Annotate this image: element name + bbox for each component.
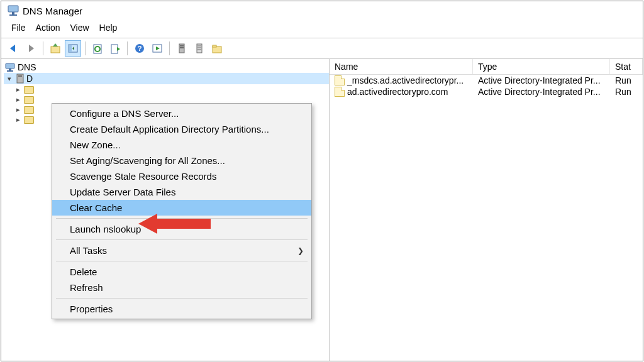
chevron-right-icon[interactable]: ▸ — [14, 106, 23, 114]
cm-update-server-data[interactable]: Update Server Data Files — [52, 184, 311, 200]
menu-file[interactable]: File — [8, 21, 30, 34]
menu-help[interactable]: Help — [96, 21, 121, 34]
zone-type: Active Directory-Integrated Pr... — [473, 87, 610, 97]
dns-app-icon — [8, 5, 19, 16]
menu-view[interactable]: View — [66, 21, 92, 34]
chevron-right-icon[interactable]: ▸ — [14, 116, 23, 124]
back-button[interactable] — [5, 40, 21, 57]
cm-launch-nslookup[interactable]: Launch nslookup — [52, 221, 311, 237]
cm-set-aging[interactable]: Set Aging/Scavenging for All Zones... — [52, 153, 311, 168]
zone-status: Run — [610, 75, 643, 85]
tree-root-label: DNS — [18, 62, 36, 72]
show-hide-tree-button[interactable] — [65, 40, 81, 57]
toolbar-sep-2 — [85, 41, 86, 55]
svg-marker-13 — [117, 47, 120, 51]
toolbar-sep-3 — [127, 41, 128, 55]
cm-separator — [56, 261, 308, 261]
col-header-name[interactable]: Name — [330, 59, 473, 74]
svg-rect-2 — [9, 14, 17, 16]
tree-server-label: D — [26, 74, 33, 84]
cm-properties[interactable]: Properties — [52, 301, 311, 317]
tree-server-node[interactable]: ▾ D — [4, 73, 329, 84]
forward-button[interactable] — [23, 40, 39, 57]
cm-clear-cache[interactable]: Clear Cache — [52, 200, 311, 216]
cm-delete[interactable]: Delete — [52, 264, 311, 280]
zone-name: ad.activedirectorypro.com — [347, 87, 448, 97]
svg-marker-6 — [53, 43, 58, 47]
tree-root-dns[interactable]: DNS — [4, 62, 329, 73]
folder-icon — [24, 116, 34, 124]
dns-root-icon — [5, 62, 15, 72]
server-icon-1[interactable] — [174, 40, 190, 57]
zone-status: Run — [610, 87, 643, 97]
svg-rect-20 — [180, 47, 184, 48]
cm-all-tasks-label: All Tasks — [70, 245, 107, 256]
svg-rect-19 — [180, 45, 184, 47]
svg-marker-9 — [72, 47, 74, 50]
toolbar: ? — [1, 38, 643, 59]
server-icon-2[interactable] — [191, 40, 208, 57]
chevron-down-icon[interactable]: ▾ — [5, 75, 14, 83]
help-button[interactable]: ? — [131, 40, 148, 57]
chevron-right-icon[interactable]: ▸ — [14, 85, 23, 94]
cm-separator — [56, 218, 308, 219]
up-button[interactable] — [47, 40, 64, 57]
col-header-status[interactable]: Stat — [610, 59, 643, 74]
server-node-icon — [15, 74, 25, 84]
cm-create-default-partitions[interactable]: Create Default Application Directory Par… — [52, 121, 311, 137]
cm-separator — [56, 298, 308, 299]
export-button[interactable] — [107, 40, 123, 57]
cm-refresh[interactable]: Refresh — [52, 280, 311, 295]
svg-rect-31 — [18, 75, 22, 77]
svg-rect-12 — [111, 45, 118, 53]
cm-configure-dns-server[interactable]: Configure a DNS Server... — [52, 106, 311, 121]
list-body[interactable]: _msdcs.ad.activedirectorypr... Active Di… — [330, 75, 643, 361]
titlebar: DNS Manager — [1, 1, 643, 20]
list-pane: Name Type Stat _msdcs.ad.activedirectory… — [330, 59, 643, 361]
tree-folder-1[interactable]: ▸ — [13, 84, 329, 94]
menubar: File Action View Help — [1, 20, 643, 38]
list-header: Name Type Stat — [330, 59, 643, 75]
chevron-right-icon[interactable]: ▸ — [14, 96, 23, 104]
run-icon[interactable] — [149, 40, 165, 57]
cm-scavenge[interactable]: Scavenge Stale Resource Records — [52, 168, 311, 184]
svg-marker-4 — [29, 45, 34, 52]
folder-icon — [24, 106, 34, 114]
svg-rect-27 — [6, 63, 14, 69]
zone-type: Active Directory-Integrated Pr... — [473, 75, 610, 85]
svg-rect-26 — [213, 45, 216, 47]
toolbar-sep-1 — [43, 41, 43, 55]
context-menu: Configure a DNS Server... Create Default… — [52, 103, 312, 319]
table-row[interactable]: ad.activedirectorypro.com Active Directo… — [330, 86, 643, 97]
zone-name: _msdcs.ad.activedirectorypr... — [347, 75, 464, 85]
menu-action[interactable]: Action — [32, 21, 64, 34]
cm-new-zone[interactable]: New Zone... — [52, 137, 311, 153]
submenu-arrow-icon: ❯ — [297, 246, 304, 255]
svg-rect-8 — [69, 45, 72, 52]
svg-text:?: ? — [138, 45, 142, 52]
folder-icon — [24, 86, 34, 94]
svg-marker-3 — [10, 45, 15, 52]
col-header-type[interactable]: Type — [473, 59, 610, 74]
toolbar-sep-4 — [169, 41, 170, 55]
refresh-button[interactable] — [89, 40, 106, 57]
table-row[interactable]: _msdcs.ad.activedirectorypr... Active Di… — [330, 75, 643, 86]
svg-rect-5 — [51, 47, 60, 53]
zone-file-icon — [335, 75, 345, 85]
new-folder-button[interactable] — [209, 40, 225, 57]
cm-separator — [56, 239, 308, 240]
folder-icon — [24, 96, 34, 104]
svg-rect-0 — [8, 6, 18, 12]
svg-rect-29 — [7, 70, 13, 72]
cm-all-tasks[interactable]: All Tasks ❯ — [52, 243, 311, 258]
zone-file-icon — [335, 87, 345, 97]
svg-rect-21 — [197, 44, 202, 53]
window-title: DNS Manager — [23, 6, 82, 16]
